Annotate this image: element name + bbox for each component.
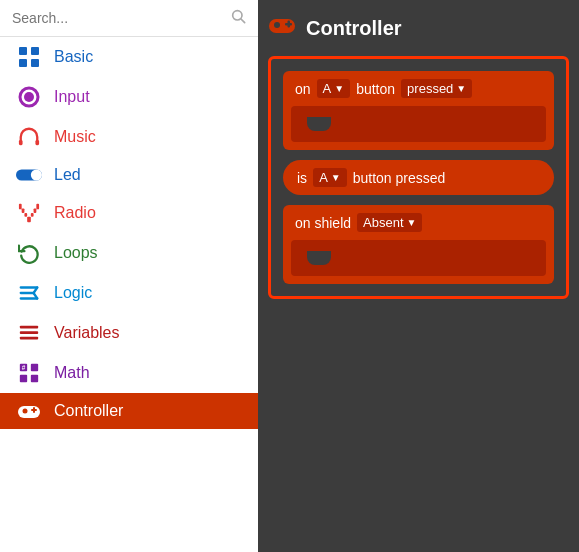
block1-text-button: button	[356, 81, 395, 97]
block3-body	[291, 240, 546, 276]
svg-rect-36	[269, 19, 295, 33]
block2-text-is: is	[297, 170, 307, 186]
sidebar-item-controller[interactable]: Controller	[0, 393, 258, 429]
sidebar-item-controller-label: Controller	[54, 402, 123, 420]
sidebar-item-loops-label: Loops	[54, 244, 98, 262]
controller-header-icon	[268, 14, 296, 42]
dropdown-arrow4: ▼	[407, 217, 417, 228]
headphone-icon	[16, 126, 42, 148]
svg-rect-2	[19, 47, 27, 55]
sidebar-item-variables[interactable]: Variables	[0, 313, 258, 353]
sidebar-item-basic-label: Basic	[54, 48, 93, 66]
block3-notch	[307, 251, 331, 265]
svg-rect-17	[19, 204, 22, 210]
svg-point-33	[23, 409, 28, 414]
sidebar-item-variables-label: Variables	[54, 324, 120, 342]
block3-dropdown-absent[interactable]: Absent ▼	[357, 213, 422, 232]
grid-icon	[16, 46, 42, 68]
sidebar-item-led[interactable]: Led	[0, 157, 258, 193]
dropdown-arrow: ▼	[334, 83, 344, 94]
sidebar-item-loops[interactable]: Loops	[0, 233, 258, 273]
panel-title: Controller	[306, 17, 402, 40]
sidebar-item-radio-label: Radio	[54, 204, 96, 222]
block-is-button-pressed[interactable]: is A ▼ button pressed	[283, 160, 554, 195]
svg-rect-39	[288, 21, 291, 28]
sidebar-item-input-label: Input	[54, 88, 90, 106]
block1-header: on A ▼ button pressed ▼	[283, 71, 554, 106]
dropdown-arrow2: ▼	[456, 83, 466, 94]
right-panel: Controller on A ▼ button pressed ▼ is	[258, 0, 579, 552]
sidebar-item-music[interactable]: Music	[0, 117, 258, 157]
svg-rect-15	[22, 208, 25, 213]
svg-rect-28	[31, 364, 38, 371]
svg-point-11	[31, 169, 42, 180]
block3-text-on-shield: on shield	[295, 215, 351, 231]
variables-icon	[16, 322, 42, 344]
search-icon	[230, 8, 246, 28]
loops-icon	[16, 242, 42, 264]
block1-dropdown-a[interactable]: A ▼	[317, 79, 351, 98]
logic-icon	[16, 282, 42, 304]
block2-text-button-pressed: button pressed	[353, 170, 446, 186]
controller-nav-icon	[16, 402, 42, 420]
svg-rect-26	[20, 337, 38, 340]
sidebar-item-math-label: Math	[54, 364, 90, 382]
svg-rect-5	[31, 59, 39, 67]
svg-rect-4	[19, 59, 27, 67]
block2-dropdown-a[interactable]: A ▼	[313, 168, 347, 187]
svg-rect-12	[27, 217, 31, 223]
svg-point-7	[24, 92, 34, 102]
svg-rect-3	[31, 47, 39, 55]
svg-rect-8	[19, 140, 23, 146]
signal-icon	[16, 202, 42, 224]
svg-text:#: #	[22, 364, 26, 371]
search-input[interactable]	[12, 10, 230, 26]
circle-icon	[16, 86, 42, 108]
block1-dropdown-pressed[interactable]: pressed ▼	[401, 79, 472, 98]
blocks-container: on A ▼ button pressed ▼ is A ▼ button p	[268, 56, 569, 299]
svg-rect-18	[36, 204, 39, 210]
svg-rect-29	[20, 375, 27, 382]
svg-line-1	[241, 19, 245, 23]
sidebar-item-math[interactable]: # Math	[0, 353, 258, 393]
svg-rect-35	[33, 407, 35, 413]
sidebar-item-led-label: Led	[54, 166, 81, 184]
svg-rect-24	[20, 326, 38, 329]
search-bar	[0, 0, 258, 37]
dropdown-arrow3: ▼	[331, 172, 341, 183]
block1-notch	[307, 117, 331, 131]
sidebar-item-logic[interactable]: Logic	[0, 273, 258, 313]
svg-rect-14	[31, 213, 34, 217]
block1-body	[291, 106, 546, 142]
block-on-button-pressed[interactable]: on A ▼ button pressed ▼	[283, 71, 554, 150]
svg-rect-9	[35, 140, 39, 146]
block3-header: on shield Absent ▼	[283, 205, 554, 240]
block1-text-on: on	[295, 81, 311, 97]
panel-header: Controller	[268, 10, 569, 46]
svg-rect-30	[31, 375, 38, 382]
svg-rect-32	[18, 406, 40, 418]
sidebar-item-logic-label: Logic	[54, 284, 92, 302]
sidebar-item-music-label: Music	[54, 128, 96, 146]
nav-list: Basic Input Music	[0, 37, 258, 552]
block-on-shield[interactable]: on shield Absent ▼	[283, 205, 554, 284]
sidebar-item-basic[interactable]: Basic	[0, 37, 258, 77]
svg-rect-25	[20, 331, 38, 334]
toggle-icon	[16, 167, 42, 183]
block2-header: is A ▼ button pressed	[283, 160, 459, 195]
svg-rect-13	[24, 213, 27, 217]
sidebar: Basic Input Music	[0, 0, 258, 552]
math-icon: #	[16, 362, 42, 384]
svg-point-37	[274, 22, 280, 28]
svg-rect-16	[34, 208, 37, 213]
sidebar-item-input[interactable]: Input	[0, 77, 258, 117]
sidebar-item-radio[interactable]: Radio	[0, 193, 258, 233]
